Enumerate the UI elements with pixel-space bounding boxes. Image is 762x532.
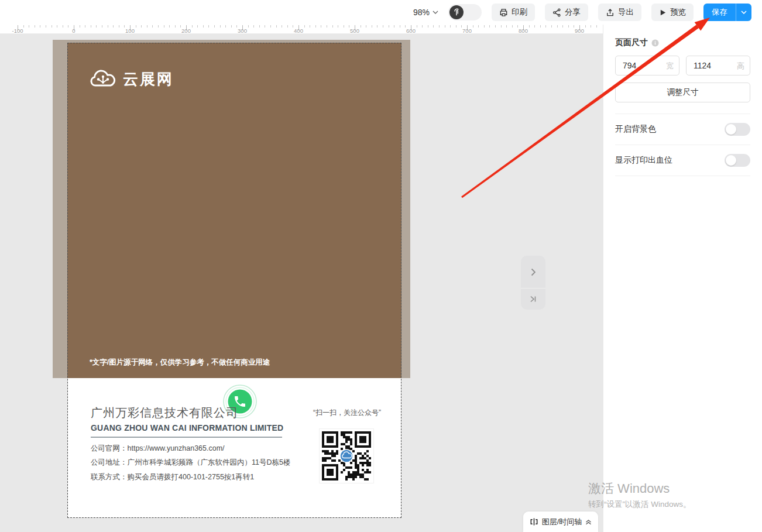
contact-value: 购买会员请拨打400-101-2755按1再转1	[128, 473, 255, 481]
export-button[interactable]: 导出	[598, 4, 641, 21]
info-icon	[651, 39, 659, 47]
ruler: -1000100200300400500600700800900	[0, 25, 603, 34]
preview-button-label: 预览	[670, 7, 686, 18]
zoom-level-value: 98%	[413, 8, 430, 17]
hand-tool-toggle[interactable]	[448, 4, 482, 20]
brand-logo: 云展网	[89, 69, 174, 90]
background-color-label: 开启背景色	[615, 124, 656, 135]
bleed-strip-right	[401, 40, 410, 378]
company-address-line: 公司地址：广州市科学城彩频路（广东软件园内）11号D栋5楼	[91, 458, 290, 468]
page-footer: 广州万彩信息技术有限公司 GUANG ZHOU WAN CAI INFORMAT…	[68, 378, 401, 517]
next-page-button[interactable]	[521, 256, 545, 289]
page-size-title-row: 页面尺寸	[615, 37, 750, 48]
share-button[interactable]: 分享	[545, 4, 588, 21]
width-suffix-label: 宽	[666, 61, 674, 71]
editor-window: 98% 印刷 分享 导出 预览 保存	[0, 0, 762, 532]
background-color-row: 开启背景色	[615, 114, 750, 145]
height-field-wrap: 高	[686, 56, 750, 75]
print-bleed-toggle[interactable]	[725, 154, 750, 167]
page-selection-outline[interactable]: 云展网 *文字/图片源于网络，仅供学习参考，不做任何商业用途	[67, 43, 401, 518]
export-icon	[606, 8, 615, 17]
disclaimer-text: *文字/图片源于网络，仅供学习参考，不做任何商业用途	[90, 358, 270, 368]
contact-label: 联系方式：	[91, 473, 128, 481]
toggle-knob	[726, 155, 736, 166]
sidebar-section-divider	[615, 176, 750, 176]
company-website-line: 公司官网：https://www.yunzhan365.com/	[91, 444, 225, 454]
hand-tool-knob	[449, 5, 464, 19]
background-color-toggle[interactable]	[725, 123, 750, 136]
website-value: https://www.yunzhan365.com/	[128, 444, 225, 452]
page-size-title: 页面尺寸	[615, 37, 648, 48]
website-label: 公司官网：	[91, 444, 128, 452]
print-bleed-label: 显示打印出血位	[615, 155, 672, 166]
company-name-cn: 广州万彩信息技术有限公司	[91, 405, 238, 421]
chevron-right-icon	[529, 267, 537, 277]
share-button-label: 分享	[565, 7, 581, 18]
layers-timeline-label: 图层/时间轴	[542, 517, 582, 527]
company-contact-line: 联系方式：购买会员请拨打400-101-2755按1再转1	[91, 472, 254, 482]
address-value: 广州市科学城彩频路（广东软件园内）11号D栋5楼	[128, 458, 291, 466]
qr-caption: “扫一扫，关注公众号”	[313, 408, 381, 418]
layers-timeline-button[interactable]: 图层/时间轴	[523, 512, 598, 532]
qrcode-image	[322, 431, 371, 480]
save-button-label: 保存	[712, 7, 727, 18]
print-bleed-row: 显示打印出血位	[615, 145, 750, 176]
toggle-knob	[726, 124, 736, 135]
size-inputs-row: 宽 高	[615, 56, 750, 75]
top-toolbar: 98% 印刷 分享 导出 预览 保存	[0, 0, 762, 25]
preview-button[interactable]: 预览	[651, 4, 694, 21]
address-label: 公司地址：	[91, 458, 128, 466]
share-icon	[552, 8, 561, 17]
bleed-strip-left	[53, 40, 67, 378]
brand-logo-text: 云展网	[123, 69, 174, 90]
height-suffix-label: 高	[737, 61, 744, 71]
zoom-level-dropdown[interactable]: 98%	[413, 8, 438, 17]
canvas-column: -1000100200300400500600700800900	[0, 25, 603, 532]
printer-icon	[499, 8, 508, 17]
canvas-area[interactable]: 云展网 *文字/图片源于网络，仅供学习参考，不做任何商业用途	[0, 34, 603, 532]
chevron-up-double-icon	[585, 519, 592, 525]
chevron-down-icon	[741, 11, 747, 14]
workspace: -1000100200300400500600700800900	[0, 25, 762, 532]
cloud-logo-icon	[89, 70, 117, 90]
play-icon	[659, 9, 667, 16]
export-button-label: 导出	[618, 7, 634, 18]
save-button[interactable]: 保存	[703, 4, 736, 21]
hand-icon	[452, 8, 461, 16]
save-options-dropdown[interactable]	[736, 4, 751, 21]
chevron-down-icon	[433, 11, 438, 14]
chevron-right-bar-icon	[529, 295, 537, 303]
company-name-en: GUANG ZHOU WAN CAI INFORMATION LIMITED	[91, 423, 283, 433]
width-field-wrap: 宽	[615, 56, 679, 75]
layers-icon	[530, 517, 538, 526]
resize-button[interactable]: 调整尺寸	[615, 83, 750, 102]
print-button-label: 印刷	[512, 7, 527, 18]
print-button[interactable]: 印刷	[492, 4, 535, 21]
qrcode-box	[319, 428, 374, 483]
save-button-group: 保存	[703, 4, 751, 21]
footer-divider	[91, 437, 282, 438]
page-nav-buttons	[521, 256, 545, 310]
page-settings-sidebar: 页面尺寸 宽 高 调整尺寸 开启背景色 显示打印出血位	[603, 25, 762, 532]
last-page-button[interactable]	[521, 289, 545, 310]
